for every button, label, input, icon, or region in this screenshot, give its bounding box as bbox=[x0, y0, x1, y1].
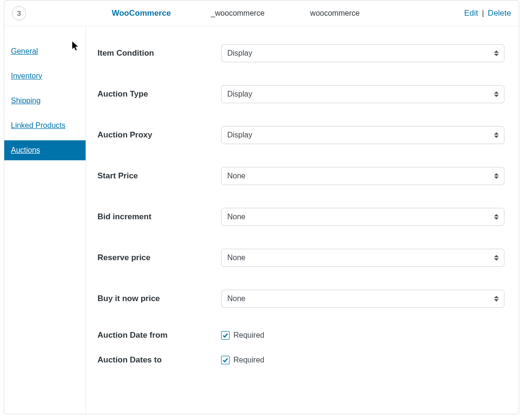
label-item-condition: Item Condition bbox=[97, 49, 221, 58]
checkbox-label-required: Required bbox=[233, 356, 264, 364]
select-value: Display bbox=[227, 131, 252, 139]
sidebar-item-general[interactable]: General bbox=[4, 41, 86, 61]
select-value: None bbox=[227, 294, 245, 303]
select-start-price[interactable]: None bbox=[221, 167, 504, 185]
actions-separator: | bbox=[481, 9, 484, 18]
check-icon bbox=[223, 357, 228, 363]
row-reserve-price: Reserve price None bbox=[97, 249, 504, 267]
row-bid-increment: Bid increment None bbox=[97, 208, 504, 226]
select-auction-type[interactable]: Display bbox=[221, 85, 504, 103]
row-auction-date-from: Auction Date from Required bbox=[97, 331, 504, 340]
label-buy-it-now-price: Buy it now price bbox=[97, 294, 221, 303]
select-value: None bbox=[227, 172, 245, 180]
row-auction-dates-to: Auction Dates to Required bbox=[97, 355, 504, 365]
edit-link[interactable]: Edit bbox=[464, 9, 478, 18]
sidebar-item-linked-products[interactable]: Linked Products bbox=[4, 116, 86, 136]
header-title[interactable]: WooCommerce bbox=[112, 9, 171, 18]
row-buy-it-now-price: Buy it now price None bbox=[97, 290, 504, 308]
check-icon bbox=[223, 332, 228, 338]
select-value: None bbox=[227, 213, 245, 221]
select-item-condition[interactable]: Display bbox=[221, 44, 504, 62]
row-auction-proxy: Auction Proxy Display bbox=[97, 126, 504, 144]
label-auction-type: Auction Type bbox=[97, 89, 221, 99]
label-auction-date-from: Auction Date from bbox=[97, 331, 221, 340]
select-buy-it-now-price[interactable]: None bbox=[221, 290, 504, 308]
panel-header: 3 WooCommerce _woocommerce woocommerce E… bbox=[4, 0, 519, 26]
select-reserve-price[interactable]: None bbox=[221, 249, 504, 267]
label-bid-increment: Bid increment bbox=[97, 212, 221, 222]
label-auction-dates-to: Auction Dates to bbox=[97, 355, 221, 365]
page-number: 3 bbox=[17, 9, 21, 17]
header-slug-b: woocommerce bbox=[310, 9, 359, 18]
sidebar-item-inventory[interactable]: Inventory bbox=[4, 66, 86, 86]
row-item-condition: Item Condition Display bbox=[97, 44, 504, 62]
select-value: Display bbox=[227, 49, 252, 58]
select-value: Display bbox=[227, 90, 252, 98]
select-bid-increment[interactable]: None bbox=[221, 208, 504, 226]
page-number-badge: 3 bbox=[12, 6, 26, 20]
header-slug-a: _woocommerce bbox=[211, 9, 264, 18]
delete-link[interactable]: Delete bbox=[488, 9, 511, 18]
settings-panel: 3 WooCommerce _woocommerce woocommerce E… bbox=[4, 0, 519, 414]
checkbox-auction-date-from-required[interactable] bbox=[221, 331, 230, 340]
label-reserve-price: Reserve price bbox=[97, 253, 221, 263]
form-content: Item Condition Display Auction Type Disp… bbox=[86, 26, 519, 414]
select-auction-proxy[interactable]: Display bbox=[221, 126, 504, 144]
sidebar-item-auctions[interactable]: Auctions bbox=[4, 140, 86, 160]
sidebar: General Inventory Shipping Linked Produc… bbox=[4, 26, 86, 414]
row-start-price: Start Price None bbox=[97, 167, 504, 185]
checkbox-label-required: Required bbox=[233, 331, 264, 340]
panel-body: General Inventory Shipping Linked Produc… bbox=[4, 26, 519, 414]
header-meta: _woocommerce woocommerce bbox=[182, 9, 453, 18]
row-auction-type: Auction Type Display bbox=[97, 85, 504, 103]
label-start-price: Start Price bbox=[97, 171, 221, 181]
header-actions: Edit | Delete bbox=[464, 9, 511, 18]
sidebar-item-shipping[interactable]: Shipping bbox=[4, 91, 86, 111]
label-auction-proxy: Auction Proxy bbox=[97, 130, 221, 140]
checkbox-auction-dates-to-required[interactable] bbox=[221, 356, 230, 364]
select-value: None bbox=[227, 254, 245, 262]
